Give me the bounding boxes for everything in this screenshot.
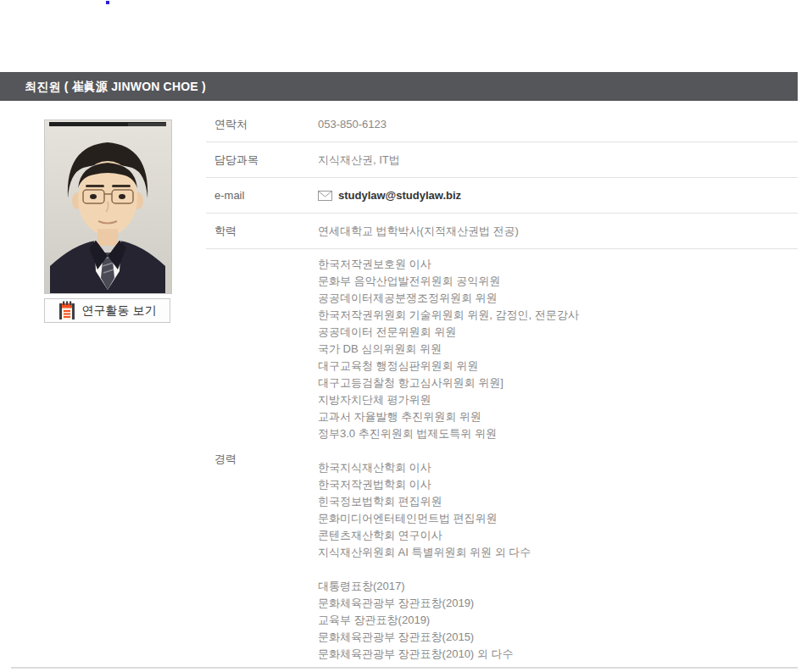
career-line: 대구교육청 행정심판위원회 위원 (318, 358, 579, 375)
email-link[interactable]: studylaw@studylaw.biz (318, 189, 461, 202)
career-line: 콘텐츠재산학회 연구이사 (318, 527, 579, 544)
career-line: 공공데이터제공분쟁조정위원회 위원 (318, 290, 579, 307)
career-line: 국가 DB 심의위원회 위원 (318, 341, 579, 358)
email-address: studylaw@studylaw.biz (338, 189, 461, 202)
career-line: 교육부 장관표창(2019) (318, 612, 579, 629)
career-line: 지식재산위원회 AI 특별위원회 위원 외 다수 (318, 544, 579, 561)
envelope-icon (318, 191, 332, 201)
subjects-value: 지식재산권, IT법 (318, 153, 400, 168)
career-line: 힌국정보법학회 편집위원 (318, 493, 579, 510)
info-row-subjects: 담당과목 지식재산권, IT법 (206, 142, 798, 178)
contact-value: 053-850-6123 (318, 118, 387, 131)
career-line: 대통령표창(2017) (318, 578, 579, 595)
education-value: 연세대학교 법학박사(지적재산권법 전공) (318, 224, 519, 239)
info-row-contact: 연락처 053-850-6123 (206, 107, 798, 142)
research-activity-button[interactable]: 연구활동 보기 (44, 298, 170, 323)
career-line: 한국저작권보호원 이사 (318, 256, 579, 273)
photo-column: 연구활동 보기 (44, 119, 172, 323)
career-line: 교과서 자율발행 추진위원회 위원 (318, 408, 579, 425)
career-line: 문화체육관광부 장관표창(2019) (318, 595, 579, 612)
career-line: 한국저작권법학회 이사 (318, 476, 579, 493)
career-line: 한국저작권위원회 기술위원회 위원, 감정인, 전문강사 (318, 307, 579, 324)
research-button-label: 연구활동 보기 (82, 303, 157, 319)
profile-photo (44, 119, 172, 294)
career-line: 문화미디어엔터테인먼트법 편집위원 (318, 510, 579, 527)
page-bottom-divider (11, 667, 798, 669)
career-row: 경력 한국저작권보호원 이사문화부 음악산업발전위원회 공익위원공공데이터제공분… (206, 249, 798, 670)
career-line: 지방자치단체 평가위원 (318, 392, 579, 408)
career-line: 문화체육관광부 장관표창(2015) (318, 629, 579, 646)
career-line: 대구고등검찰청 항고심사위원회 위원] (318, 375, 579, 392)
career-lines: 한국저작권보호원 이사문화부 음악산업발전위원회 공익위원공공데이터제공분쟁조정… (318, 256, 579, 663)
profile-page: 최진원 ( 崔眞源 JINWON CHOE ) (0, 0, 807, 672)
info-row-email: e-mail studylaw@studylaw.biz (206, 178, 798, 214)
career-group-awards: 대통령표창(2017)문화체육관광부 장관표창(2019)교육부 장관표창(20… (318, 578, 579, 663)
education-label: 학력 (206, 224, 318, 239)
broken-image-dot (106, 1, 109, 4)
career-label: 경력 (206, 452, 318, 467)
page-title: 최진원 ( 崔眞源 JINWON CHOE ) (25, 80, 206, 93)
email-label: e-mail (206, 189, 318, 202)
career-line: 공공데이터 전문위원회 위원 (318, 324, 579, 341)
notepad-icon (58, 301, 75, 320)
career-group-committees: 한국저작권보호원 이사문화부 음악산업발전위원회 공익위원공공데이터제공분쟁조정… (318, 256, 579, 442)
career-line: 문화부 음악산업발전위원회 공익위원 (318, 273, 579, 290)
subjects-label: 담당과목 (206, 153, 318, 168)
contact-label: 연락처 (206, 117, 318, 132)
career-line: 정부3.0 추진위원회 법제도특위 위원 (318, 425, 579, 442)
career-group-societies: 한국지식재산학회 이사한국저작권법학회 이사힌국정보법학회 편집위원문화미디어엔… (318, 459, 579, 561)
page-title-bar: 최진원 ( 崔眞源 JINWON CHOE ) (0, 72, 798, 101)
portrait-photo-placeholder (45, 120, 171, 293)
info-row-education: 학력 연세대학교 법학박사(지적재산권법 전공) (206, 214, 798, 249)
career-line: 문화체육관광부 장관표창(2010) 외 다수 (318, 646, 579, 663)
career-line: 한국지식재산학회 이사 (318, 459, 579, 476)
info-table: 연락처 053-850-6123 담당과목 지식재산권, IT법 e-mail … (206, 107, 798, 670)
